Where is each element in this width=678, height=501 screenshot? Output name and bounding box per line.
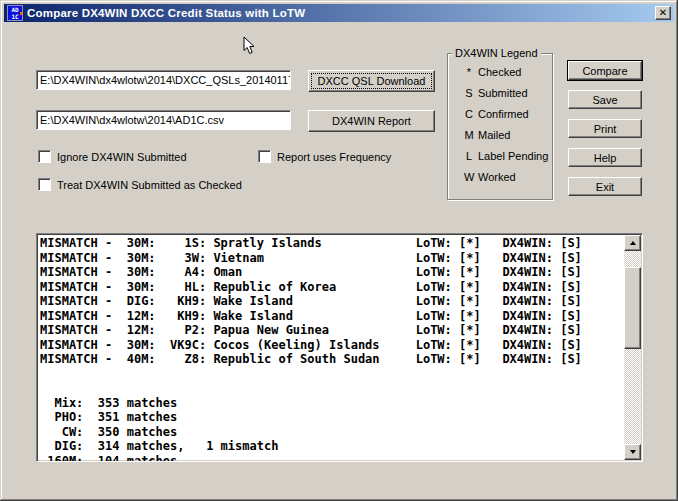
app-icon: AD 1C [7,5,23,21]
dialog-window: AD 1C Compare DX4WIN DXCC Credit Status … [0,0,678,501]
legend-label: Confirmed [478,108,529,120]
help-button[interactable]: Help [568,148,642,167]
checkbox-treat-submitted-checked[interactable] [38,178,51,191]
mouse-cursor-icon [243,36,255,55]
legend-title: DX4WIN Legend [452,47,541,59]
legend-symbol: * [464,66,474,78]
legend-label: Checked [478,66,521,78]
legend-label: Submitted [478,87,528,99]
console-text: MISMATCH - 30M: 1S: Spratly Islands LoTW… [37,234,642,462]
legend-symbol: M [464,129,474,141]
results-console[interactable]: MISMATCH - 30M: 1S: Spratly Islands LoTW… [36,233,643,462]
legend-symbol: S [464,87,474,99]
qsl-path-input[interactable]: E:\DX4WIN\dx4wlotw\2014\DXCC_QSLs_201401… [36,70,291,90]
dxcc-qsl-download-button[interactable]: DXCC QSL Download [308,70,435,92]
legend-symbol: W [464,171,474,183]
compare-button[interactable]: Compare [568,61,642,80]
scrollbar-thumb[interactable] [624,267,641,349]
compare-button-frame: Compare [567,60,643,81]
vertical-scrollbar[interactable] [624,235,641,460]
arrow-up-icon [630,241,636,245]
checkbox-report-frequency[interactable] [258,150,271,163]
report-path-input[interactable]: E:\DX4WIN\dx4wlotw\2014\AD1C.csv [36,110,291,130]
legend-symbol: L [464,150,474,162]
scroll-down-button[interactable] [624,444,641,460]
titlebar[interactable]: AD 1C Compare DX4WIN DXCC Credit Status … [4,4,674,22]
close-icon[interactable]: ✕ [655,6,671,20]
legend-label: Worked [478,171,516,183]
checkbox-ignore-submitted-label: Ignore DX4WIN Submitted [57,151,187,163]
print-button[interactable]: Print [568,119,642,138]
checkbox-report-frequency-label: Report uses Frequency [277,151,391,163]
save-button[interactable]: Save [568,90,642,109]
dx4win-report-button[interactable]: DX4WIN Report [308,110,435,132]
app-icon-dot [20,12,23,15]
checkbox-treat-submitted-checked-label: Treat DX4WIN Submitted as Checked [57,179,242,191]
legend-label: Label Pending [478,150,548,162]
window-title: Compare DX4WIN DXCC Credit Status with L… [27,7,655,19]
legend-symbol: C [464,108,474,120]
checkbox-ignore-submitted[interactable] [38,150,51,163]
legend-groupbox: DX4WIN Legend * Checked S Submitted C Co… [447,53,553,200]
scroll-up-button[interactable] [624,235,641,251]
legend-label: Mailed [478,129,510,141]
exit-button[interactable]: Exit [568,177,642,196]
arrow-down-icon [630,450,636,454]
